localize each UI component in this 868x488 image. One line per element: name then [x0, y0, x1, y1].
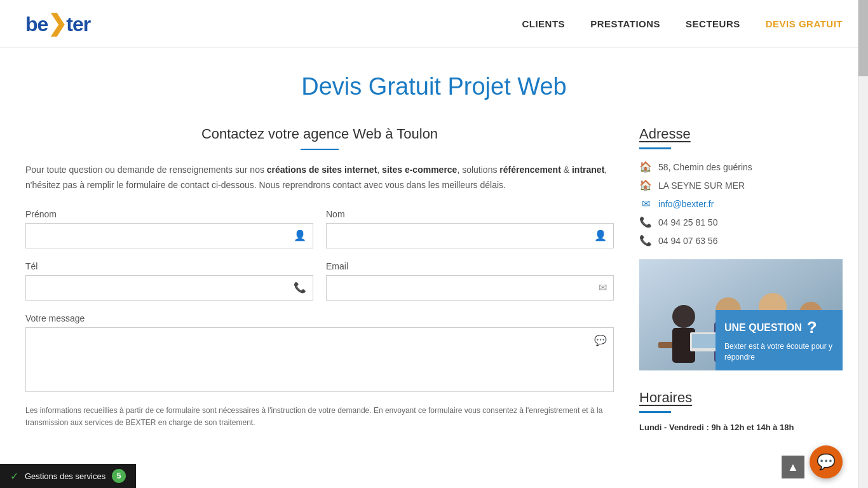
address-line2: 🏠 LA SEYNE SUR MER [639, 179, 843, 191]
prenom-input[interactable] [26, 224, 287, 248]
prenom-input-wrapper: 👤 [25, 223, 313, 248]
form-group-nom: Nom 👤 [326, 209, 614, 248]
horaires-divider [639, 411, 671, 413]
main-nav: CLIENTS PRESTATIONS SECTEURS DEVIS GRATU… [522, 18, 843, 29]
form-description: Pour toute question ou demande de rensei… [25, 163, 614, 193]
nom-input[interactable] [327, 224, 588, 248]
phone-icon2: 📞 [639, 216, 652, 228]
contact-form: Prénom 👤 Nom 👤 [25, 209, 614, 429]
email-icon: ✉ [592, 281, 613, 294]
question-title: UNE QUESTION [724, 322, 802, 334]
phone-icon3: 📞 [639, 234, 652, 247]
comment-icon: 💬 [588, 328, 613, 353]
address-phone2: 📞 04 94 07 63 56 [639, 234, 843, 247]
map-icon: 🏠 [639, 161, 652, 173]
horaires-title: Horaires [639, 390, 843, 406]
sidebar: Adresse 🏠 58, Chemin des guérins 🏠 LA SE… [639, 126, 843, 432]
logo[interactable]: be❯ter [25, 10, 90, 37]
email-input[interactable] [327, 276, 592, 300]
content-wrapper: Contactez votre agence Web à Toulon Pour… [25, 126, 843, 432]
horaires-text: Lundi - Vendredi : 9h à 12h et 14h à 18h [639, 423, 843, 432]
tel-input-wrapper: 📞 [25, 275, 313, 301]
address-line1: 🏠 58, Chemin des guérins [639, 161, 843, 173]
question-box-header: UNE QUESTION ? [724, 318, 834, 337]
form-group-email: Email ✉ [326, 261, 614, 301]
nav-prestations[interactable]: PRESTATIONS [590, 18, 660, 29]
form-legal: Les informations recueillies à partir de… [25, 405, 614, 429]
question-box[interactable]: UNE QUESTION ? Bexter est à votre écoute… [715, 310, 843, 370]
map-icon2: 🏠 [639, 179, 652, 191]
address-phone1: 📞 04 94 25 81 50 [639, 216, 843, 228]
nom-input-wrapper: 👤 [326, 223, 614, 248]
prenom-label: Prénom [25, 209, 313, 219]
address-list: 🏠 58, Chemin des guérins 🏠 LA SEYNE SUR … [639, 161, 843, 247]
form-group-tel: Tél 📞 [25, 261, 313, 301]
page-title: Devis Gratuit Projet Web [25, 73, 843, 100]
tel-label: Tél [25, 261, 313, 271]
nav-clients[interactable]: CLIENTS [522, 18, 565, 29]
person-icon2: 👤 [588, 229, 613, 241]
scrollbar[interactable] [858, 0, 868, 445]
question-banner[interactable]: UNE QUESTION ? Bexter est à votre écoute… [639, 259, 843, 370]
nav-devis[interactable]: DEVIS GRATUIT [766, 18, 843, 29]
message-textarea[interactable] [26, 328, 588, 391]
main-content: Devis Gratuit Projet Web Contactez votre… [0, 48, 868, 445]
form-row-name: Prénom 👤 Nom 👤 [25, 209, 614, 248]
scrollbar-thumb[interactable] [858, 0, 868, 76]
form-subtitle-underline [301, 149, 339, 150]
nav-secteurs[interactable]: SECTEURS [686, 18, 740, 29]
email-input-wrapper: ✉ [326, 275, 614, 301]
message-textarea-wrapper: 💬 [25, 327, 614, 392]
nom-label: Nom [326, 209, 614, 219]
svg-point-2 [672, 305, 695, 328]
email-link[interactable]: info@bexter.fr [658, 199, 714, 209]
form-row-contact: Tél 📞 Email ✉ [25, 261, 614, 301]
form-group-message: Votre message 💬 [25, 313, 614, 392]
logo-be: be [25, 13, 48, 36]
address-title: Adresse [639, 126, 843, 142]
address-email[interactable]: ✉ info@bexter.fr [639, 198, 843, 210]
form-group-prenom: Prénom 👤 [25, 209, 313, 248]
question-box-text: Bexter est à votre écoute pour y répondr… [724, 341, 834, 363]
header: be❯ter CLIENTS PRESTATIONS SECTEURS DEVI… [0, 0, 868, 48]
logo-arrow: ❯ [48, 10, 66, 36]
address-divider [639, 147, 671, 149]
message-label: Votre message [25, 313, 614, 323]
email-icon2: ✉ [639, 198, 652, 210]
logo-ter: ter [66, 13, 90, 36]
email-label: Email [326, 261, 614, 271]
form-area: Contactez votre agence Web à Toulon Pour… [25, 126, 614, 432]
question-mark-icon: ? [807, 318, 817, 337]
tel-input[interactable] [26, 276, 287, 300]
form-subtitle: Contactez votre agence Web à Toulon [25, 126, 614, 142]
phone-icon: 📞 [287, 281, 313, 294]
person-icon: 👤 [287, 229, 313, 241]
